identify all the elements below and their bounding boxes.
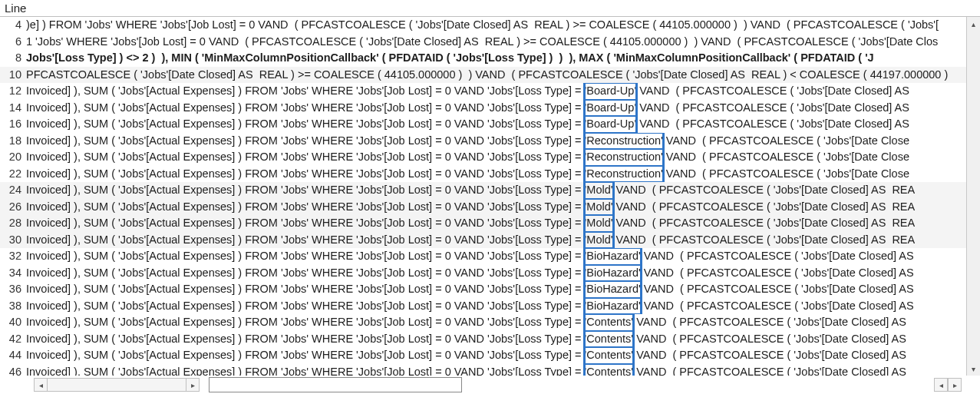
code-row[interactable]: 36Invoiced] ), SUM ( 'Jobs'[Actual Expen… [0, 281, 966, 298]
highlighted-literal: 'Reconstruction' [585, 166, 663, 183]
column-header[interactable]: Line [0, 0, 980, 17]
highlighted-literal: 'BioHazard' [585, 298, 641, 315]
code-cell[interactable]: Invoiced] ), SUM ( 'Jobs'[Actual Expense… [26, 133, 909, 150]
code-cell[interactable]: Invoiced] ), SUM ( 'Jobs'[Actual Expense… [26, 232, 915, 249]
code-row[interactable]: 32Invoiced] ), SUM ( 'Jobs'[Actual Expen… [0, 248, 966, 265]
code-cell[interactable]: Invoiced] ), SUM ( 'Jobs'[Actual Expense… [26, 166, 909, 183]
horizontal-scroll-track-left[interactable] [48, 378, 186, 392]
horizontal-scrollbar-left[interactable]: ◂ ▸ [34, 378, 200, 392]
code-row[interactable]: 38Invoiced] ), SUM ( 'Jobs'[Actual Expen… [0, 298, 966, 315]
scroll-down-icon[interactable]: ▾ [967, 362, 981, 376]
line-number: 22 [0, 166, 26, 183]
code-cell[interactable]: Invoiced] ), SUM ( 'Jobs'[Actual Expense… [26, 199, 915, 216]
line-number: 26 [0, 199, 26, 216]
code-row[interactable]: 8Jobs'[Loss Type] ) <> 2 ) ), MIN ( 'Min… [0, 50, 966, 67]
scroll-left-icon[interactable]: ◂ [34, 378, 48, 392]
column-header-label: Line [5, 2, 26, 15]
line-number: 34 [0, 265, 26, 282]
code-row[interactable]: 28Invoiced] ), SUM ( 'Jobs'[Actual Expen… [0, 215, 966, 232]
highlighted-literal: 'BioHazard' [585, 281, 641, 298]
highlighted-literal: 'Contents' [585, 364, 634, 376]
grid-wrap: 4)e] ) FROM 'Jobs' WHERE 'Jobs'[Job Lost… [0, 17, 980, 376]
code-row[interactable]: 42Invoiced] ), SUM ( 'Jobs'[Actual Expen… [0, 331, 966, 348]
line-number: 28 [0, 215, 26, 232]
highlighted-literal: 'Reconstruction' [585, 149, 663, 166]
line-number: 12 [0, 83, 26, 100]
code-cell[interactable]: Invoiced] ), SUM ( 'Jobs'[Actual Expense… [26, 248, 914, 265]
code-row[interactable]: 20Invoiced] ), SUM ( 'Jobs'[Actual Expen… [0, 149, 966, 166]
highlighted-literal: 'Contents' [585, 347, 634, 364]
code-row[interactable]: 16Invoiced] ), SUM ( 'Jobs'[Actual Expen… [0, 116, 966, 133]
code-row[interactable]: 61 'Jobs' WHERE 'Jobs'[Job Lost] = 0 VAN… [0, 34, 966, 51]
code-cell[interactable]: Invoiced] ), SUM ( 'Jobs'[Actual Expense… [26, 100, 909, 117]
line-number: 14 [0, 100, 26, 117]
code-cell[interactable]: Invoiced] ), SUM ( 'Jobs'[Actual Expense… [26, 83, 909, 100]
code-row[interactable]: 44Invoiced] ), SUM ( 'Jobs'[Actual Expen… [0, 347, 966, 364]
code-cell[interactable]: Invoiced] ), SUM ( 'Jobs'[Actual Expense… [26, 149, 909, 166]
code-row[interactable]: 18Invoiced] ), SUM ( 'Jobs'[Actual Expen… [0, 133, 966, 150]
code-row[interactable]: 34Invoiced] ), SUM ( 'Jobs'[Actual Expen… [0, 265, 966, 282]
line-number: 18 [0, 133, 26, 150]
line-number: 10 [0, 67, 26, 84]
editor-window: Line 4)e] ) FROM 'Jobs' WHERE 'Jobs'[Job… [0, 0, 980, 394]
line-number: 30 [0, 232, 26, 249]
line-number: 32 [0, 248, 26, 265]
code-row[interactable]: 24Invoiced] ), SUM ( 'Jobs'[Actual Expen… [0, 182, 966, 199]
code-row[interactable]: 4)e] ) FROM 'Jobs' WHERE 'Jobs'[Job Lost… [0, 17, 966, 34]
highlighted-literal: 'Contents' [585, 331, 634, 348]
line-number: 16 [0, 116, 26, 133]
code-row[interactable]: 10PFCASTCOALESCE ( 'Jobs'[Date Closed] A… [0, 67, 966, 84]
code-cell[interactable]: )e] ) FROM 'Jobs' WHERE 'Jobs'[Job Lost]… [26, 17, 939, 34]
code-cell[interactable]: Invoiced] ), SUM ( 'Jobs'[Actual Expense… [26, 298, 914, 315]
scroll-left-icon-2[interactable]: ◂ [934, 378, 948, 392]
code-row[interactable]: 30Invoiced] ), SUM ( 'Jobs'[Actual Expen… [0, 232, 966, 249]
code-cell[interactable]: Invoiced] ), SUM ( 'Jobs'[Actual Expense… [26, 182, 915, 199]
scroll-up-icon[interactable]: ▴ [967, 17, 981, 31]
line-number: 36 [0, 281, 26, 298]
code-row[interactable]: 46Invoiced] ). SUM ( 'Jobs'[Actual Expen… [0, 364, 966, 376]
highlighted-literal: 'Board-Up' [585, 100, 637, 117]
scroll-right-icon[interactable]: ▸ [186, 378, 200, 392]
line-number: 24 [0, 182, 26, 199]
code-row[interactable]: 26Invoiced] ), SUM ( 'Jobs'[Actual Expen… [0, 199, 966, 216]
code-row[interactable]: 14Invoiced] ), SUM ( 'Jobs'[Actual Expen… [0, 100, 966, 117]
line-number: 8 [0, 50, 26, 67]
code-cell[interactable]: Invoiced] ), SUM ( 'Jobs'[Actual Expense… [26, 215, 915, 232]
line-number: 20 [0, 149, 26, 166]
line-number: 44 [0, 347, 26, 364]
horizontal-scrollbar-right[interactable]: ◂ ▸ [934, 378, 962, 392]
line-number: 42 [0, 331, 26, 348]
code-row[interactable]: 22Invoiced] ), SUM ( 'Jobs'[Actual Expen… [0, 166, 966, 183]
highlighted-literal: 'Mold' [585, 199, 613, 216]
highlighted-literal: 'Board-Up' [585, 116, 637, 133]
code-cell[interactable]: Invoiced] ). SUM ( 'Jobs'[Actual Expense… [26, 364, 906, 376]
highlighted-literal: 'Mold' [585, 232, 613, 249]
highlighted-literal: 'BioHazard' [585, 265, 641, 282]
highlighted-literal: 'Reconstruction' [585, 133, 663, 150]
code-cell[interactable]: Invoiced] ), SUM ( 'Jobs'[Actual Expense… [26, 314, 906, 331]
highlighted-literal: 'BioHazard' [585, 248, 641, 265]
vertical-scrollbar[interactable]: ▴ ▾ [966, 17, 980, 376]
highlighted-literal: 'Board-Up' [585, 83, 637, 100]
code-cell[interactable]: Invoiced] ), SUM ( 'Jobs'[Actual Expense… [26, 347, 906, 364]
code-cell[interactable]: Jobs'[Loss Type] ) <> 2 ) ), MIN ( 'MinM… [26, 50, 874, 67]
code-cell[interactable]: Invoiced] ), SUM ( 'Jobs'[Actual Expense… [26, 331, 906, 348]
code-cell[interactable]: PFCASTCOALESCE ( 'Jobs'[Date Closed] AS … [26, 67, 948, 84]
code-cell[interactable]: Invoiced] ), SUM ( 'Jobs'[Actual Expense… [26, 281, 914, 298]
line-number: 40 [0, 314, 26, 331]
line-number: 46 [0, 364, 26, 376]
vertical-scroll-track[interactable] [967, 31, 980, 362]
code-grid[interactable]: 4)e] ) FROM 'Jobs' WHERE 'Jobs'[Job Lost… [0, 17, 966, 376]
code-row[interactable]: 40Invoiced] ), SUM ( 'Jobs'[Actual Expen… [0, 314, 966, 331]
code-cell[interactable]: Invoiced] ), SUM ( 'Jobs'[Actual Expense… [26, 265, 914, 282]
goto-input[interactable] [209, 377, 462, 392]
line-number: 38 [0, 298, 26, 315]
line-number: 6 [0, 34, 26, 51]
code-row[interactable]: 12Invoiced] ), SUM ( 'Jobs'[Actual Expen… [0, 83, 966, 100]
line-number: 4 [0, 17, 26, 34]
code-cell[interactable]: 1 'Jobs' WHERE 'Jobs'[Job Lost] = 0 VAND… [26, 34, 938, 51]
bottom-bar: ◂ ▸ ◂ ▸ [0, 376, 980, 394]
scroll-right-icon-2[interactable]: ▸ [948, 378, 962, 392]
code-cell[interactable]: Invoiced] ), SUM ( 'Jobs'[Actual Expense… [26, 116, 909, 133]
highlighted-literal: 'Mold' [585, 182, 613, 199]
